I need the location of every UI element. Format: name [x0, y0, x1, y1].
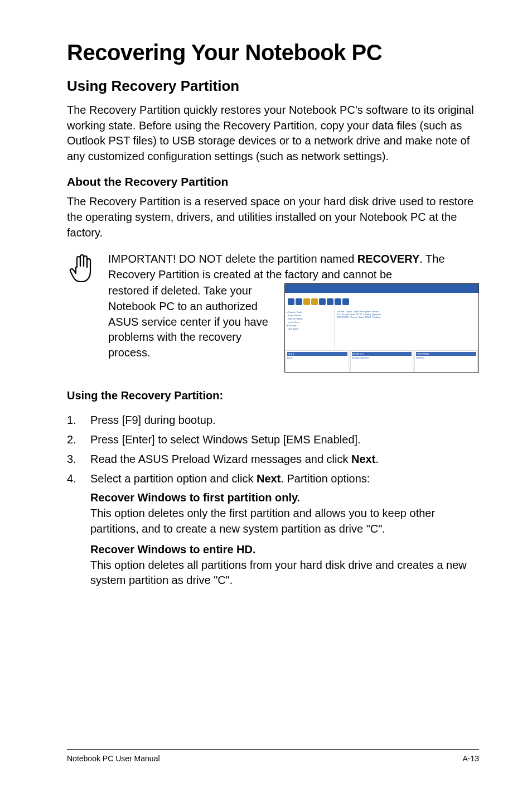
option-1: Recover Windows to first partition only.…: [67, 490, 479, 537]
hand-stop-icon: [67, 252, 96, 287]
step-3: Read the ASUS Preload Wizard messages an…: [67, 451, 479, 467]
steps-list: Press [F9] during bootup. Press [Enter] …: [67, 412, 479, 487]
step-3-bold: Next: [351, 453, 375, 465]
important-continuation: restored if deleted. Take your Notebook …: [108, 283, 275, 373]
step-4: Select a partition option and click Next…: [67, 471, 479, 487]
important-text: IMPORTANT! DO NOT delete the partition n…: [108, 252, 479, 282]
about-paragraph: The Recovery Partition is a reserved spa…: [67, 194, 479, 240]
option-1-body: This option deletes only the first parti…: [90, 506, 479, 537]
about-heading: About the Recovery Partition: [67, 175, 479, 189]
option-2: Recover Windows to entire HD. This optio…: [67, 542, 479, 588]
option-2-body: This option deletes all partitions from …: [90, 558, 479, 588]
disk-management-screenshot: ▸ System Tools Event Viewer Shared Folde…: [284, 283, 479, 373]
using-heading: Using the Recovery Partition:: [67, 389, 479, 402]
footer-left: Notebook PC User Manual: [67, 754, 160, 763]
step-3-post: .: [375, 453, 379, 465]
section-heading: Using Recovery Partition: [67, 78, 479, 95]
important-lead: IMPORTANT! DO NOT delete the partition n…: [108, 253, 357, 265]
step-1: Press [F9] during bootup.: [67, 412, 479, 428]
important-block: IMPORTANT! DO NOT delete the partition n…: [67, 252, 479, 373]
intro-paragraph: The Recovery Partition quickly restores …: [67, 103, 479, 164]
important-bold: RECOVERY: [357, 253, 420, 265]
step-4-pre: Select a partition option and click: [90, 472, 257, 485]
step-4-bold: Next: [257, 472, 280, 485]
option-1-title: Recover Windows to first partition only.: [90, 490, 479, 506]
step-3-pre: Read the ASUS Preload Wizard messages an…: [90, 453, 351, 465]
step-4-post: . Partition options:: [280, 472, 370, 485]
step-2: Press [Enter] to select Windows Setup [E…: [67, 432, 479, 448]
footer-right: A-13: [462, 754, 479, 763]
page-footer: Notebook PC User Manual A-13: [67, 749, 479, 763]
option-2-title: Recover Windows to entire HD.: [90, 542, 479, 558]
page-title: Recovering Your Notebook PC: [67, 40, 479, 65]
